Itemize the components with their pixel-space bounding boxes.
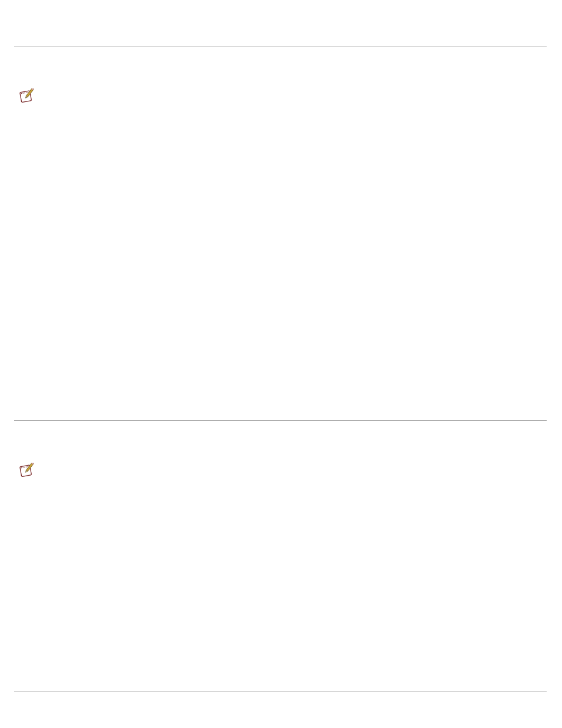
edit-icon: [18, 88, 35, 104]
horizontal-rule-2: [14, 420, 547, 421]
horizontal-rule-3: [14, 691, 547, 691]
edit-icon: [18, 463, 35, 478]
horizontal-rule-1: [14, 47, 547, 47]
document-page: [0, 0, 562, 728]
